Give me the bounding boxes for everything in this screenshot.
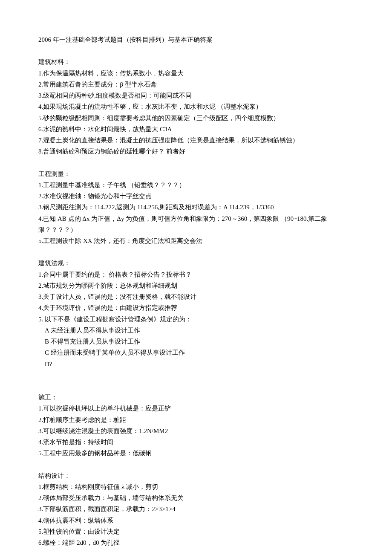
list-item: 6.螺栓：端距 2d0，d0 为孔径 (38, 537, 354, 548)
list-item: 1.作为保温隔热材料，应该：传热系数小，热容量大 (38, 68, 354, 79)
page-title: 2006 年一注基础全部考试题目（按科目排列）与基本正确答案 (38, 34, 354, 45)
list-item: 2.水准仪视准轴：物镜光心和十字丝交点 (38, 191, 354, 202)
section-materials: 建筑材料： 1.作为保温隔热材料，应该：传热系数小，热容量大 2.常用建筑石膏的… (38, 56, 354, 157)
list-item: 8.普通钢筋砼和预应力钢筋砼的延性哪个好？ 前者好 (38, 146, 354, 157)
list-item: 5.工程中应用最多的钢材品种是：低碳钢 (38, 448, 354, 459)
list-item: 1.工程测量中基准线是：子午线 （铅垂线？？？？） (38, 179, 354, 191)
list-item: 4.关于环境评价，错误的是：由建设方指定或推荐 (38, 302, 354, 313)
sub-list-item: B 不得冒充注册人员从事设计工作 (38, 336, 354, 347)
list-item: 6.水泥的熟料中：水化时间最快，放热量大 C3A (38, 124, 354, 135)
list-item: 3.钢尺测距往测为：114.222,返测为 114.256,则距离及相对误差为：… (38, 202, 354, 213)
list-item: 7.混凝土炭化的直接结果是：混凝土的抗压强度降低（注意是直接结果，所以不选钢筋锈… (38, 135, 354, 146)
list-item: 2.常用建筑石膏的主要成分：β 型半水石膏 (38, 79, 354, 90)
blank-line (38, 381, 354, 392)
list-item: 3.可以继续浇注混凝土的表面强度：1.2N/MM2 (38, 425, 354, 436)
list-item: 3.关于设计人员，错误的是：没有注册资格，就不能设计 (38, 291, 354, 302)
section-heading: 施工： (38, 392, 354, 403)
list-item: 3.级配相同的两种砂,细度模数是否相同：可能同或不同 (38, 90, 354, 101)
list-item: 4.流水节拍是指：持续时间 (38, 436, 354, 448)
section-heading: 工程测量： (38, 168, 354, 179)
list-item: 2.打桩顺序主要考虑的是：桩距 (38, 414, 354, 425)
section-heading: 建筑法规： (38, 257, 354, 269)
list-item: 5. 以下不是《建设工程勘察设计管理条例》规定的为： (38, 314, 354, 325)
list-item: 1.可以挖掘停机坪以上的单斗机械是：应是正铲 (38, 403, 354, 414)
section-heading: 结构设计： (38, 470, 354, 481)
section-heading: 建筑材料： (38, 56, 354, 67)
section-regulations: 建筑法规： 1.合同中属于要约的是： 价格表？招标公告？投标书？ 2.城市规划分… (38, 257, 354, 370)
sub-list-item: A 未经注册人员不得从事设计工作 (38, 325, 354, 336)
list-item: 4.已知 AB 点的 Δx 为正值，Δy 为负值，则可值方位角和象限为：270～… (38, 213, 354, 236)
section-construction: 施工： 1.可以挖掘停机坪以上的单斗机械是：应是正铲 2.打桩顺序主要考虑的是：… (38, 381, 354, 459)
sub-list-item: D? (38, 358, 354, 370)
list-item: 5.砂的颗粒级配相同则：细度需要考虑其他的因素确定（三个级配区，四个细度模数） (38, 113, 354, 124)
list-item: 4.砌体抗震不利：纵墙体系 (38, 515, 354, 526)
list-item: 2.砌体局部受压承载力：与基础，墙等结构体系无关 (38, 492, 354, 503)
list-item: 2.城市规划分为哪两个阶段：总体规划和详细规划 (38, 280, 354, 291)
list-item: 1.合同中属于要约的是： 价格表？招标公告？投标书？ (38, 269, 354, 280)
list-item: 1.框剪结构：结构刚度特征值 λ 减小，剪切 (38, 481, 354, 492)
section-surveying: 工程测量： 1.工程测量中基准线是：子午线 （铅垂线？？？？） 2.水准仪视准轴… (38, 168, 354, 247)
section-structural-design: 结构设计： 1.框剪结构：结构刚度特征值 λ 减小，剪切 2.砌体局部受压承载力… (38, 470, 354, 549)
list-item: 3.下部纵筋面积，截面面积定，承载力：2>3>1>4 (38, 503, 354, 515)
list-item: 5.塑性铰的位置：由设计决定 (38, 526, 354, 537)
list-item: 5.工程测设中除 XX 法外，还有：角度交汇法和距离交会法 (38, 235, 354, 246)
list-item: 4.如果现场混凝土的流动性不够，应：水灰比不变，加水和水泥 （调整水泥浆） (38, 101, 354, 112)
sub-list-item: C 经注册而未受聘于某单位人员不得从事设计工作 (38, 347, 354, 358)
